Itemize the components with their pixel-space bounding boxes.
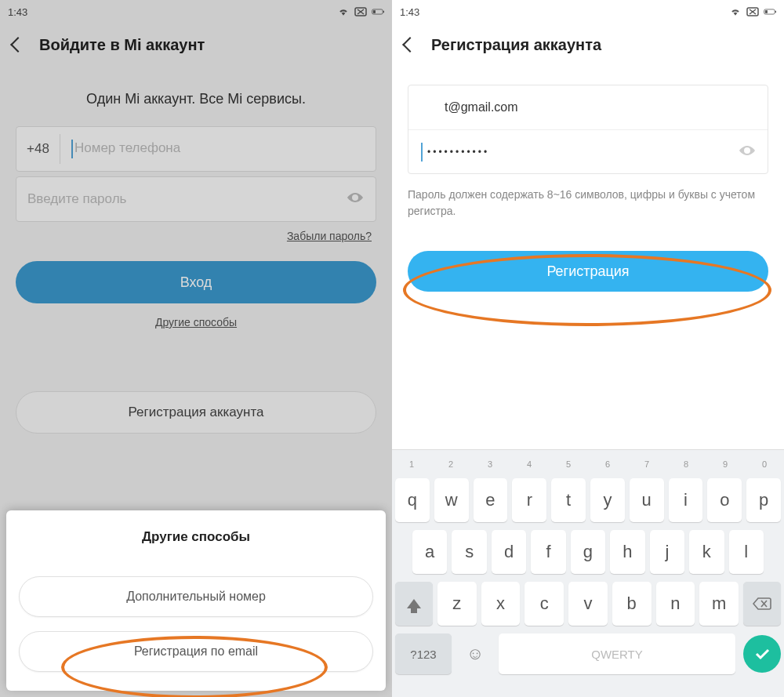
done-key[interactable] bbox=[743, 635, 781, 673]
svg-rect-4 bbox=[383, 11, 384, 13]
phone-right: 1:43 Регистрация аккаунта t@gmail.com ••… bbox=[392, 0, 784, 697]
key-row-bottom: ?123 ☺ QWERTY bbox=[392, 633, 784, 674]
page-title: Войдите в Mi аккаунт bbox=[39, 36, 205, 54]
numeric-key[interactable]: ?123 bbox=[395, 633, 452, 674]
wifi-icon bbox=[729, 7, 742, 16]
key-w[interactable]: w bbox=[434, 478, 469, 522]
key-f[interactable]: f bbox=[531, 530, 565, 574]
input-card: t@gmail.com ••••••••••• bbox=[408, 85, 768, 174]
status-icons bbox=[337, 7, 384, 16]
key-h[interactable]: h bbox=[610, 530, 644, 574]
key-p[interactable]: p bbox=[746, 478, 781, 522]
register-account-button[interactable]: Регистрация аккаунта bbox=[16, 391, 376, 434]
key-v[interactable]: v bbox=[568, 582, 608, 626]
key-m[interactable]: m bbox=[699, 582, 739, 626]
back-icon[interactable] bbox=[402, 37, 418, 53]
status-time: 1:43 bbox=[8, 6, 27, 18]
key-o[interactable]: o bbox=[707, 478, 742, 522]
key-r[interactable]: r bbox=[512, 478, 546, 522]
key-d[interactable]: d bbox=[492, 530, 526, 574]
tagline: Один Mi аккаунт. Все Mi сервисы. bbox=[16, 91, 376, 107]
signin-button[interactable]: Вход bbox=[16, 261, 376, 303]
status-bar: 1:43 bbox=[392, 0, 784, 24]
key-s[interactable]: s bbox=[452, 530, 486, 574]
eye-icon[interactable] bbox=[738, 144, 757, 160]
key-hint: 4 bbox=[510, 459, 549, 469]
svg-rect-11 bbox=[765, 10, 768, 13]
shift-key[interactable] bbox=[395, 582, 433, 626]
status-time: 1:43 bbox=[400, 6, 419, 18]
no-sim-icon bbox=[746, 7, 759, 16]
key-x[interactable]: x bbox=[481, 582, 521, 626]
key-hint: 1 bbox=[392, 459, 431, 469]
sheet-title: Другие способы bbox=[19, 529, 373, 545]
key-row-1: qwertyuiop bbox=[392, 478, 784, 522]
key-g[interactable]: g bbox=[571, 530, 605, 574]
other-methods-link[interactable]: Другие способы bbox=[16, 316, 376, 329]
key-q[interactable]: q bbox=[395, 478, 430, 522]
key-b[interactable]: b bbox=[612, 582, 652, 626]
wifi-icon bbox=[337, 7, 350, 16]
key-hint: 6 bbox=[588, 459, 627, 469]
key-n[interactable]: n bbox=[656, 582, 695, 626]
space-key[interactable]: QWERTY bbox=[499, 633, 735, 674]
password-input[interactable]: Введите пароль bbox=[16, 191, 346, 207]
svg-rect-5 bbox=[373, 10, 376, 13]
emoji-key[interactable]: ☺ bbox=[456, 633, 494, 674]
key-hint: 9 bbox=[706, 459, 745, 469]
key-t[interactable]: t bbox=[551, 478, 586, 522]
key-c[interactable]: c bbox=[524, 582, 564, 626]
key-k[interactable]: k bbox=[689, 530, 724, 574]
key-y[interactable]: y bbox=[590, 478, 625, 522]
status-bar: 1:43 bbox=[0, 0, 392, 24]
phone-input-row: +48 Номер телефона bbox=[16, 126, 376, 172]
svg-rect-10 bbox=[775, 11, 776, 13]
country-code[interactable]: +48 bbox=[16, 134, 60, 164]
eye-icon[interactable] bbox=[346, 191, 376, 207]
key-hint: 7 bbox=[627, 459, 666, 469]
additional-number-button[interactable]: Дополнительный номер bbox=[19, 576, 373, 617]
register-button[interactable]: Регистрация bbox=[408, 251, 768, 292]
register-form: t@gmail.com ••••••••••• Пароль должен со… bbox=[392, 85, 784, 292]
header: Войдите в Mi аккаунт bbox=[0, 24, 392, 66]
keyboard: 1234567890 qwertyuiop asdfghjkl zxcvbnm … bbox=[392, 449, 784, 697]
key-i[interactable]: i bbox=[669, 478, 703, 522]
key-e[interactable]: e bbox=[474, 478, 508, 522]
password-input-row: Введите пароль bbox=[16, 176, 376, 222]
register-email-button[interactable]: Регистрация по email bbox=[19, 631, 373, 672]
password-hint: Пароль должен содержать 8~16 символов, ц… bbox=[408, 187, 768, 220]
key-u[interactable]: u bbox=[630, 478, 664, 522]
email-input[interactable]: t@gmail.com bbox=[408, 85, 768, 129]
key-j[interactable]: j bbox=[650, 530, 684, 574]
no-sim-icon bbox=[354, 7, 367, 16]
header: Регистрация аккаунта bbox=[392, 24, 784, 66]
key-hint: 8 bbox=[666, 459, 706, 469]
key-hint: 2 bbox=[431, 459, 470, 469]
page-title: Регистрация аккаунта bbox=[431, 36, 601, 54]
login-form: Один Mi аккаунт. Все Mi сервисы. +48 Ном… bbox=[0, 91, 392, 434]
key-hint: 5 bbox=[549, 459, 588, 469]
phone-left: 1:43 Войдите в Mi аккаунт Один Mi аккаун… bbox=[0, 0, 392, 697]
back-icon[interactable] bbox=[10, 37, 26, 53]
battery-icon bbox=[372, 7, 384, 16]
key-l[interactable]: l bbox=[729, 530, 764, 574]
key-a[interactable]: a bbox=[412, 530, 447, 574]
backspace-key[interactable] bbox=[743, 582, 781, 626]
phone-input[interactable]: Номер телефона bbox=[60, 140, 376, 158]
forgot-password-link[interactable]: Забыли пароль? bbox=[16, 230, 372, 242]
key-hint: 0 bbox=[745, 459, 784, 469]
key-row-3: zxcvbnm bbox=[392, 582, 784, 626]
bottom-sheet: Другие способы Дополнительный номер Реги… bbox=[6, 510, 386, 691]
key-row-2: asdfghjkl bbox=[392, 530, 784, 574]
status-icons bbox=[729, 7, 776, 16]
key-z[interactable]: z bbox=[437, 582, 477, 626]
key-hint-row: 1234567890 bbox=[392, 450, 784, 478]
password-input[interactable]: ••••••••••• bbox=[408, 129, 768, 173]
battery-icon bbox=[764, 7, 776, 16]
key-hint: 3 bbox=[470, 459, 510, 469]
